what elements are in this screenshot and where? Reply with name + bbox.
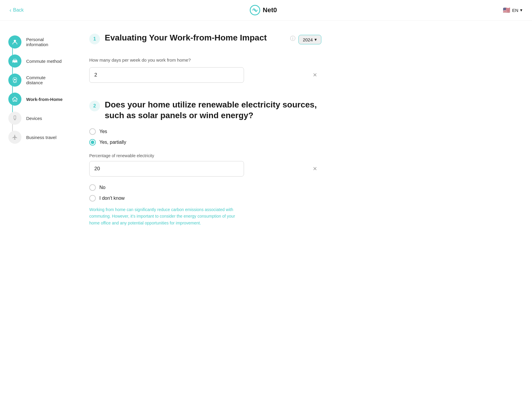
option-dont-know[interactable]: I don't know [89, 195, 321, 202]
sidebar: Personal information Commute method [0, 21, 71, 412]
sidebar-item-label: Commute method [26, 59, 62, 64]
flag-icon: 🇺🇸 [503, 7, 510, 14]
q1-subtitle: How many days per week do you work from … [89, 57, 321, 63]
option-no[interactable]: No [89, 184, 321, 191]
year-value: 2024 [303, 37, 313, 42]
step-circle-business-travel [8, 131, 21, 144]
q1-input-wrapper: ✕ [89, 67, 321, 83]
question-2-section: 2 Does your home utilize renewable elect… [89, 99, 321, 226]
radio-yes-partially[interactable] [89, 139, 96, 146]
svg-point-7 [13, 82, 14, 83]
radio-yes[interactable] [89, 128, 96, 135]
app-header: ‹ Back Net0 🇺🇸 EN ▾ [0, 0, 532, 21]
step-circle-commute-distance [8, 74, 21, 87]
logo-icon [250, 5, 260, 15]
percentage-label: Percentage of renewable electricity [89, 153, 321, 158]
sidebar-item-personal-information[interactable]: Personal information [6, 32, 65, 52]
app-body: Personal information Commute method [0, 21, 532, 412]
svg-point-12 [15, 119, 15, 119]
plane-icon [12, 134, 18, 140]
svg-point-1 [254, 9, 256, 11]
sidebar-item-business-travel[interactable]: Business travel [6, 128, 65, 147]
language-selector[interactable]: 🇺🇸 EN ▾ [503, 7, 522, 14]
step-circle-devices [8, 112, 21, 125]
radio-dont-know[interactable] [89, 195, 96, 202]
sidebar-item-label: Commute distance [26, 75, 63, 85]
back-label: Back [13, 7, 24, 13]
question-1-section: 1 Evaluating Your Work-from-Home Impact … [89, 32, 321, 83]
step-circle-personal-information [8, 35, 21, 49]
q1-clear-button[interactable]: ✕ [313, 72, 317, 78]
option-no-label: No [99, 185, 105, 190]
question-1-title-area: 1 Evaluating Your Work-from-Home Impact [89, 32, 267, 44]
sidebar-item-devices[interactable]: Devices [6, 109, 65, 128]
q2-number: 2 [89, 101, 100, 111]
device-icon [12, 115, 18, 121]
sidebar-item-label: Personal information [26, 37, 63, 47]
option-yes-partially[interactable]: Yes, partially [89, 139, 321, 146]
option-yes-partially-label: Yes, partially [99, 140, 126, 145]
svg-point-4 [13, 62, 14, 63]
logo-area: Net0 [250, 5, 277, 15]
home-icon [12, 96, 18, 102]
sidebar-item-label: Business travel [26, 135, 57, 140]
info-text: Working from home can significantly redu… [89, 206, 244, 226]
lang-chevron-icon: ▾ [520, 7, 522, 13]
location-icon [12, 77, 18, 83]
percentage-input[interactable] [89, 161, 244, 177]
q1-number: 1 [89, 34, 100, 44]
sidebar-item-label: Work-from-Home [26, 97, 62, 102]
percentage-section: Percentage of renewable electricity ✕ [89, 153, 321, 177]
step-circle-commute-method [8, 54, 21, 68]
option-yes-label: Yes [99, 129, 107, 134]
year-chevron-icon: ▾ [314, 37, 317, 42]
back-chevron-icon: ‹ [10, 7, 11, 13]
step-circle-work-from-home [8, 93, 21, 106]
percentage-input-wrapper: ✕ [89, 161, 321, 177]
svg-point-6 [14, 79, 16, 80]
svg-rect-3 [12, 60, 18, 63]
svg-point-2 [14, 40, 16, 42]
sidebar-item-commute-distance[interactable]: Commute distance [6, 71, 65, 90]
renewable-options-group: Yes Yes, partially Percentage of renewab… [89, 128, 321, 202]
radio-no[interactable] [89, 184, 96, 191]
person-icon [12, 39, 18, 45]
lang-label: EN [512, 8, 518, 13]
question-2-header: 2 Does your home utilize renewable elect… [89, 99, 321, 121]
option-yes[interactable]: Yes [89, 128, 321, 135]
sidebar-item-label: Devices [26, 116, 42, 121]
q1-title: Evaluating Your Work-from-Home Impact [105, 32, 267, 43]
info-icon[interactable]: ⓘ [290, 35, 295, 42]
question-1-header-row: 1 Evaluating Your Work-from-Home Impact … [89, 32, 321, 52]
logo-text: Net0 [263, 6, 277, 14]
q1-days-input[interactable] [89, 67, 244, 83]
option-dont-know-label: I don't know [99, 196, 125, 201]
sidebar-item-commute-method[interactable]: Commute method [6, 52, 65, 71]
sidebar-item-work-from-home[interactable]: Work-from-Home [6, 90, 65, 109]
q2-title: Does your home utilize renewable electri… [105, 99, 321, 121]
car-icon [12, 58, 18, 64]
svg-point-8 [16, 82, 17, 83]
back-button[interactable]: ‹ Back [10, 7, 24, 13]
main-content: 1 Evaluating Your Work-from-Home Impact … [71, 21, 339, 412]
svg-point-5 [15, 62, 17, 63]
year-selector-button[interactable]: 2024 ▾ [298, 35, 321, 44]
percentage-clear-button[interactable]: ✕ [313, 166, 317, 171]
